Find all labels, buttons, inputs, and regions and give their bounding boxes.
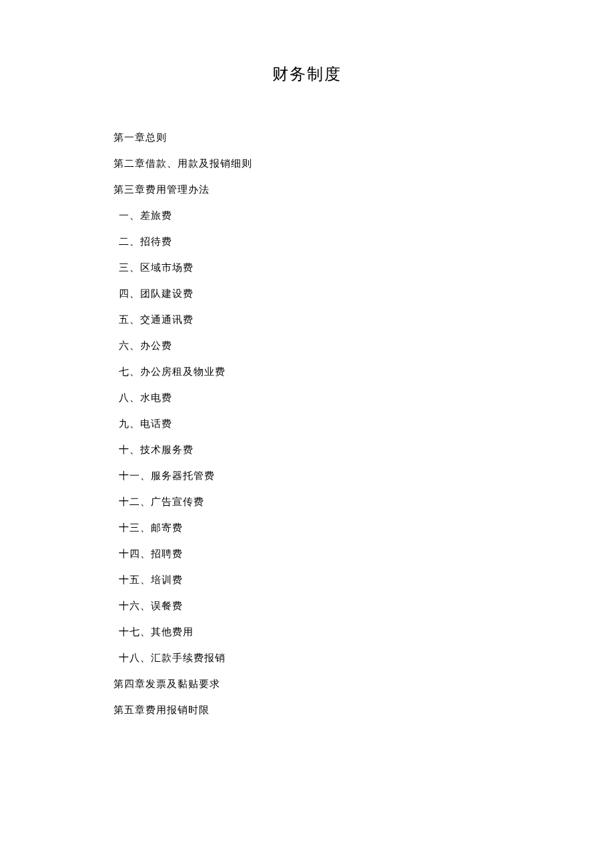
toc-item-12: 十二、广告宣传费 [113, 489, 501, 515]
toc-item-6: 六、办公费 [113, 333, 501, 359]
toc-item-14: 十四、招聘费 [113, 541, 501, 567]
toc-item-18: 十八、汇款手续费报销 [113, 645, 501, 671]
chapter-1: 第一章总则 [113, 125, 501, 151]
chapter-5: 第五章费用报销时限 [113, 697, 501, 723]
toc-item-5: 五、交通通讯费 [113, 307, 501, 333]
toc-item-17: 十七、其他费用 [113, 619, 501, 645]
toc-item-13: 十三、邮寄费 [113, 515, 501, 541]
chapter-2: 第二章借款、用款及报销细则 [113, 151, 501, 177]
toc-item-16: 十六、误餐费 [113, 593, 501, 619]
toc-item-11: 十一、服务器托管费 [113, 463, 501, 489]
toc-item-8: 八、水电费 [113, 385, 501, 411]
toc-item-10: 十、技术服务费 [113, 437, 501, 463]
toc-item-9: 九、电话费 [113, 411, 501, 437]
toc-item-2: 二、招待费 [113, 229, 501, 255]
toc-item-15: 十五、培训费 [113, 567, 501, 593]
toc-item-7: 七、办公房租及物业费 [113, 359, 501, 385]
chapter-3: 第三章费用管理办法 [113, 177, 501, 203]
toc-item-3: 三、区域市场费 [113, 255, 501, 281]
toc-item-4: 四、团队建设费 [113, 281, 501, 307]
document-page: 财务制度 第一章总则 第二章借款、用款及报销细则 第三章费用管理办法 一、差旅费… [0, 0, 614, 723]
document-title: 财务制度 [113, 63, 501, 85]
toc-item-1: 一、差旅费 [113, 203, 501, 229]
chapter-4: 第四章发票及黏贴要求 [113, 671, 501, 697]
